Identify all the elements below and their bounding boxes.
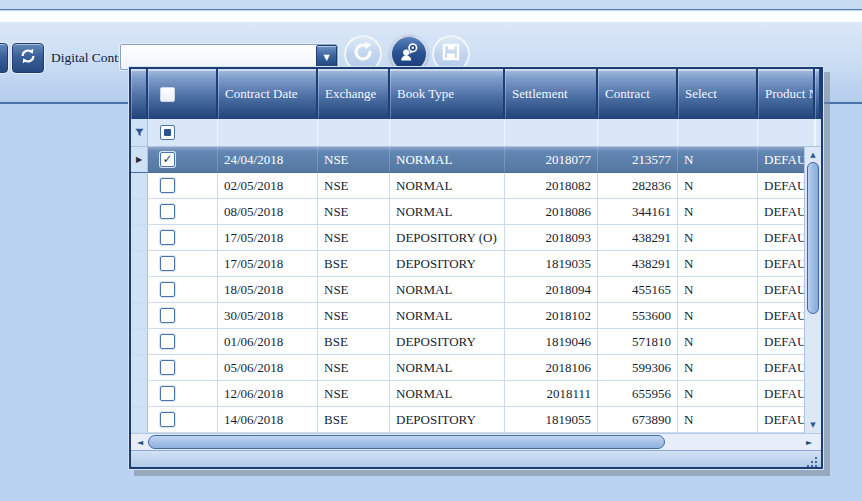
row-indicator-cell: ▶ — [131, 381, 148, 407]
cell-select: N — [678, 303, 758, 329]
table-row[interactable]: ▶ 01/06/2018 BSE DEPOSITORY 1819046 5718… — [131, 329, 821, 355]
row-checkbox[interactable] — [160, 412, 175, 427]
cell-book-type: NORMAL — [390, 199, 505, 225]
cell-contract-date: 30/05/2018 — [218, 303, 318, 329]
cell-contract-date: 18/05/2018 — [218, 277, 318, 303]
row-checkbox[interactable] — [160, 256, 175, 271]
row-indicator-cell: ▶ — [131, 251, 148, 277]
cell-settlement: 2018086 — [505, 199, 598, 225]
cell-contract-date: 05/06/2018 — [218, 355, 318, 381]
filter-cell-contract[interactable] — [598, 119, 678, 146]
row-checkbox[interactable] — [160, 282, 175, 297]
scroll-up-button[interactable]: ▲ — [805, 148, 821, 162]
resize-grip[interactable] — [807, 454, 818, 472]
row-checkbox-cell[interactable] — [148, 407, 218, 433]
row-checkbox-cell[interactable] — [148, 251, 218, 277]
cell-contract: 655956 — [598, 381, 678, 407]
row-checkbox[interactable] — [160, 152, 175, 167]
table-row[interactable]: ▶ 05/06/2018 NSE NORMAL 2018106 599306 N… — [131, 355, 821, 381]
table-row[interactable]: ▶ 12/06/2018 NSE NORMAL 2018111 655956 N… — [131, 381, 821, 407]
table-row[interactable]: ▶ 17/05/2018 NSE DEPOSITORY (O) 2018093 … — [131, 225, 821, 251]
filter-cell-book-type[interactable] — [390, 119, 505, 146]
column-header-book-type[interactable]: Book Type — [390, 69, 505, 119]
row-checkbox[interactable] — [160, 386, 175, 401]
row-checkbox[interactable] — [160, 308, 175, 323]
row-checkbox-cell[interactable] — [148, 277, 218, 303]
toolbar-button-partial[interactable] — [0, 43, 8, 73]
sync-button[interactable] — [12, 43, 44, 73]
cell-contract: 438291 — [598, 251, 678, 277]
cell-contract: 553600 — [598, 303, 678, 329]
filter-cell-select[interactable] — [678, 119, 758, 146]
cell-book-type: NORMAL — [390, 303, 505, 329]
cell-settlement: 1819046 — [505, 329, 598, 355]
column-header-exchange[interactable]: Exchange — [318, 69, 390, 119]
row-checkbox[interactable] — [160, 204, 175, 219]
row-checkbox-cell[interactable] — [148, 381, 218, 407]
grid-body: ▶ 24/04/2018 NSE NORMAL 2018077 213577 N… — [131, 147, 821, 433]
row-checkbox-cell[interactable] — [148, 355, 218, 381]
column-header-product-name[interactable]: Product Name — [758, 69, 815, 119]
row-checkbox[interactable] — [160, 230, 175, 245]
grid-frame: Contract Date Exchange Book Type Settlem… — [129, 67, 823, 469]
filter-filler-cell — [815, 119, 816, 146]
cell-book-type: DEPOSITORY — [390, 329, 505, 355]
table-row[interactable]: ▶ 17/05/2018 BSE DEPOSITORY 1819035 4382… — [131, 251, 821, 277]
vertical-scroll-thumb[interactable] — [807, 162, 819, 314]
cell-contract: 344161 — [598, 199, 678, 225]
cell-contract-date: 01/06/2018 — [218, 329, 318, 355]
row-indicator-cell: ▶ — [131, 355, 148, 381]
cell-contract: 599306 — [598, 355, 678, 381]
horizontal-scrollbar[interactable]: ◄ ► — [131, 433, 821, 450]
row-checkbox-cell[interactable] — [148, 225, 218, 251]
filter-funnel-icon — [134, 124, 145, 142]
scroll-right-button[interactable]: ► — [802, 434, 816, 450]
table-row[interactable]: ▶ 14/06/2018 BSE DEPOSITORY 1819055 6738… — [131, 407, 821, 433]
column-header-contract[interactable]: Contract — [598, 69, 678, 119]
header-select-all-cell[interactable] — [148, 69, 218, 119]
row-checkbox-cell[interactable] — [148, 303, 218, 329]
cell-contract: 673890 — [598, 407, 678, 433]
top-border-bar — [0, 0, 862, 10]
table-row[interactable]: ▶ 08/05/2018 NSE NORMAL 2018086 344161 N… — [131, 199, 821, 225]
cell-select: N — [678, 173, 758, 199]
filter-cell-settlement[interactable] — [505, 119, 598, 146]
select-all-checkbox[interactable] — [160, 87, 175, 102]
table-row[interactable]: ▶ 02/05/2018 NSE NORMAL 2018082 282836 N… — [131, 173, 821, 199]
table-row[interactable]: ▶ 18/05/2018 NSE NORMAL 2018094 455165 N… — [131, 277, 821, 303]
cell-contract: 213577 — [598, 147, 678, 173]
cell-contract: 282836 — [598, 173, 678, 199]
column-header-select[interactable]: Select — [678, 69, 758, 119]
row-checkbox-cell[interactable] — [148, 329, 218, 355]
scroll-down-button[interactable]: ▼ — [805, 418, 821, 432]
filter-checkbox[interactable] — [160, 125, 175, 140]
filter-checkbox-cell[interactable] — [148, 119, 218, 146]
cell-contract-date: 02/05/2018 — [218, 173, 318, 199]
row-indicator-cell: ▶ — [131, 407, 148, 433]
column-header-settlement[interactable]: Settlement — [505, 69, 598, 119]
horizontal-scroll-thumb[interactable] — [148, 435, 665, 449]
table-row[interactable]: ▶ 24/04/2018 NSE NORMAL 2018077 213577 N… — [131, 147, 821, 173]
row-checkbox[interactable] — [160, 178, 175, 193]
vertical-scrollbar[interactable]: ▲ ▼ — [804, 147, 821, 433]
row-checkbox[interactable] — [160, 360, 175, 375]
cell-exchange: NSE — [318, 355, 390, 381]
column-header-contract-date[interactable]: Contract Date — [218, 69, 318, 119]
scroll-left-button[interactable]: ◄ — [133, 434, 147, 450]
cell-book-type: DEPOSITORY (O) — [390, 225, 505, 251]
cell-select: N — [678, 225, 758, 251]
cell-contract-date: 14/06/2018 — [218, 407, 318, 433]
table-row[interactable]: ▶ 30/05/2018 NSE NORMAL 2018102 553600 N… — [131, 303, 821, 329]
row-checkbox[interactable] — [160, 334, 175, 349]
row-checkbox-cell[interactable] — [148, 147, 218, 173]
current-row-arrow-icon: ▶ — [136, 147, 142, 172]
cell-exchange: BSE — [318, 407, 390, 433]
filter-cell-contract-date[interactable] — [218, 119, 318, 146]
row-checkbox-cell[interactable] — [148, 173, 218, 199]
cell-settlement: 2018077 — [505, 147, 598, 173]
row-checkbox-cell[interactable] — [148, 199, 218, 225]
filter-cell-exchange[interactable] — [318, 119, 390, 146]
cell-select: N — [678, 355, 758, 381]
filter-cell-product-name[interactable] — [758, 119, 815, 146]
save-icon — [439, 40, 463, 68]
